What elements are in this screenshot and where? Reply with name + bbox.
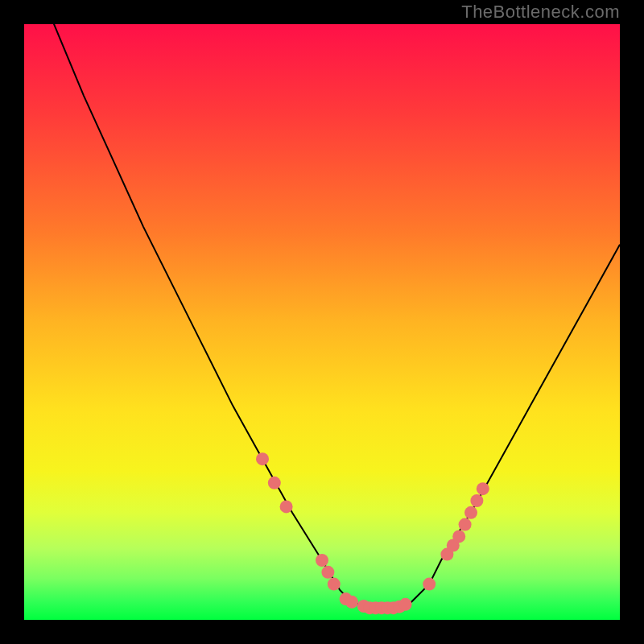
data-marker bbox=[464, 506, 477, 519]
data-marker bbox=[423, 578, 436, 591]
data-marker bbox=[316, 554, 328, 567]
watermark-text: TheBottleneck.com bbox=[461, 2, 620, 23]
bottleneck-curve bbox=[24, 0, 620, 608]
chart-svg bbox=[24, 24, 620, 620]
data-marker bbox=[256, 452, 269, 465]
data-marker bbox=[470, 494, 483, 507]
data-marker bbox=[459, 518, 472, 531]
data-markers bbox=[256, 452, 489, 614]
plot-area bbox=[24, 24, 620, 620]
data-marker bbox=[399, 598, 412, 611]
data-marker bbox=[452, 530, 465, 543]
data-marker bbox=[268, 477, 281, 489]
data-marker bbox=[321, 566, 334, 579]
data-marker bbox=[345, 596, 358, 609]
data-marker bbox=[328, 578, 341, 591]
chart-frame: TheBottleneck.com bbox=[0, 0, 644, 644]
data-marker bbox=[477, 482, 489, 495]
data-marker bbox=[280, 500, 293, 513]
